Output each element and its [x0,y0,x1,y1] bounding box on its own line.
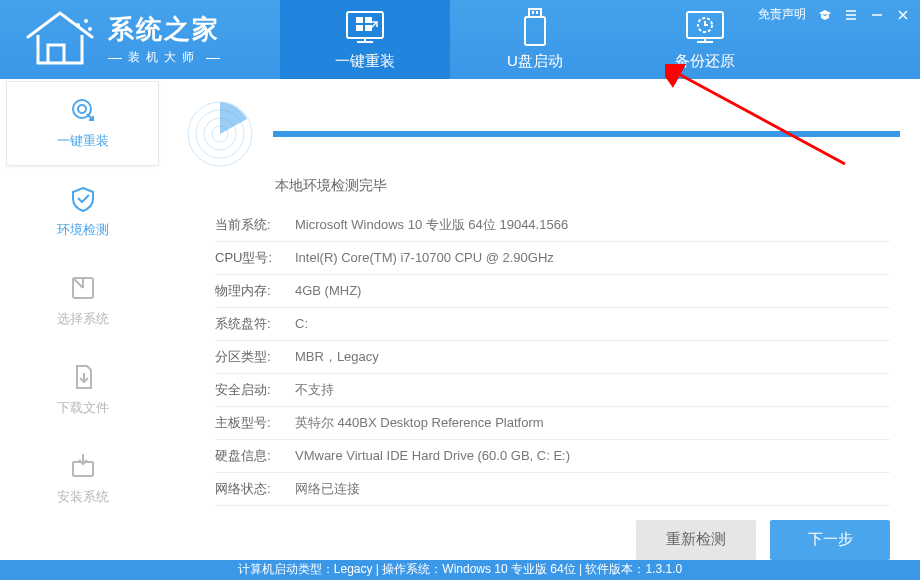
nav-label: 一键重装 [335,52,395,71]
action-buttons: 重新检测 下一步 [185,520,890,560]
titlebar-controls: 免责声明 [758,6,910,23]
target-icon [68,96,98,124]
progress-row [185,99,900,169]
info-row-os: 当前系统:Microsoft Windows 10 专业版 64位 19044.… [215,209,890,242]
svg-point-15 [78,105,86,113]
svg-rect-11 [536,11,538,14]
svg-point-2 [88,27,92,31]
info-row-cpu: CPU型号:Intel(R) Core(TM) i7-10700 CPU @ 2… [215,242,890,275]
nav-usb-boot[interactable]: U盘启动 [450,0,620,79]
shield-check-icon [68,185,98,213]
svg-rect-4 [356,17,363,23]
svg-rect-9 [525,17,545,45]
sidebar: 一键重装 环境检测 选择系统 下载文件 [0,79,165,560]
graduation-icon[interactable] [818,8,832,22]
install-system-icon [68,452,98,480]
sidebar-label: 下载文件 [57,399,109,417]
sidebar-item-download[interactable]: 下载文件 [6,348,159,433]
select-system-icon [68,274,98,302]
app-logo: 系统之家 装机大师 [0,0,240,79]
top-nav: 一键重装 U盘启动 [280,0,790,79]
sidebar-label: 安装系统 [57,488,109,506]
svg-point-1 [84,19,88,23]
svg-rect-10 [532,11,534,14]
info-row-disk: 硬盘信息:VMware Virtual IDE Hard Drive (60.0… [215,440,890,473]
logo-subtitle: 装机大师 [128,49,200,66]
info-row-partition: 分区类型:MBR，Legacy [215,341,890,374]
svg-rect-6 [356,25,363,31]
progress-bar [273,131,900,137]
header: 系统之家 装机大师 一键重装 [0,0,920,79]
system-info-list: 当前系统:Microsoft Windows 10 专业版 64位 19044.… [215,209,890,506]
status-bar: 计算机启动类型：Legacy | 操作系统：Windows 10 专业版 64位… [0,560,920,580]
sidebar-item-install[interactable]: 安装系统 [6,437,159,522]
nav-reinstall[interactable]: 一键重装 [280,0,450,79]
backup-restore-icon [683,8,727,46]
sidebar-item-envcheck[interactable]: 环境检测 [6,170,159,255]
menu-icon[interactable] [844,8,858,22]
minimize-icon[interactable] [870,8,884,22]
info-row-drive: 系统盘符:C: [215,308,890,341]
info-row-secureboot: 安全启动:不支持 [215,374,890,407]
close-icon[interactable] [896,8,910,22]
svg-rect-8 [529,9,541,17]
recheck-button[interactable]: 重新检测 [636,520,756,560]
house-logo-icon [20,7,100,71]
usb-drive-icon [513,8,557,46]
nav-label: U盘启动 [507,52,563,71]
next-button[interactable]: 下一步 [770,520,890,560]
logo-title: 系统之家 [108,12,220,47]
svg-point-0 [76,23,80,27]
sidebar-label: 选择系统 [57,310,109,328]
windows-reinstall-icon [343,8,387,46]
app-window: 系统之家 装机大师 一键重装 [0,0,920,580]
sidebar-label: 一键重装 [57,132,109,150]
info-row-ram: 物理内存:4GB (MHZ) [215,275,890,308]
disclaimer-link[interactable]: 免责声明 [758,6,806,23]
content-panel: 本地环境检测完毕 当前系统:Microsoft Windows 10 专业版 6… [165,79,920,560]
progress-status-text: 本地环境检测完毕 [275,177,900,195]
svg-rect-5 [365,17,372,23]
body: 一键重装 环境检测 选择系统 下载文件 [0,79,920,560]
download-file-icon [68,363,98,391]
radar-icon [185,99,255,169]
sidebar-item-reinstall[interactable]: 一键重装 [6,81,159,166]
nav-label: 备份还原 [675,52,735,71]
info-row-motherboard: 主板型号:英特尔 440BX Desktop Reference Platfor… [215,407,890,440]
sidebar-item-selectsys[interactable]: 选择系统 [6,259,159,344]
info-row-network: 网络状态:网络已连接 [215,473,890,506]
sidebar-label: 环境检测 [57,221,109,239]
